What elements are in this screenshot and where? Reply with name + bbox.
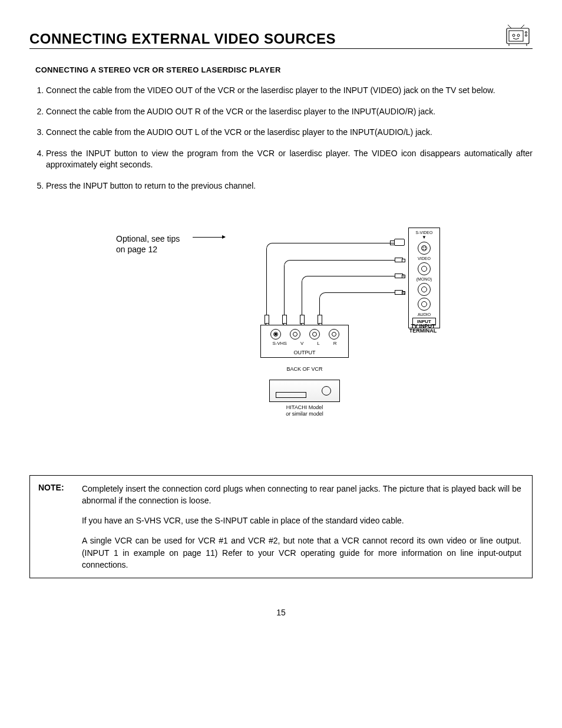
vcr-jack-label: L [317, 341, 319, 346]
page-header: CONNECTING EXTERNAL VIDEO SOURCES [29, 24, 533, 49]
vcr-l-jack-icon [309, 329, 320, 340]
output-label: OUTPUT [266, 350, 343, 355]
note-paragraph: Completely insert the connection cord pl… [82, 483, 521, 507]
cable-audio-r [319, 292, 404, 321]
l-side-label: L [403, 274, 405, 278]
svg-line-7 [521, 25, 524, 28]
steps-list: Connect the cable from the VIDEO OUT of … [35, 85, 533, 192]
tv-character-icon [503, 24, 533, 47]
svideo-jack-icon [418, 242, 431, 255]
note-paragraph: A single VCR can be used for VCR #1 and … [82, 535, 521, 571]
model-line1: HITACHI Model [286, 404, 323, 410]
terminal-label: TERMINAL [402, 328, 444, 334]
video-label: VIDEO [409, 256, 439, 261]
vcr-device-icon [269, 380, 340, 402]
vcr-r-jack-icon [329, 329, 339, 340]
rca-plug-icon [300, 315, 305, 324]
diagram-body: S-VIDEO ▼ VIDEO (MONO) AUDIO INPUT L R T… [228, 228, 440, 428]
svg-line-6 [508, 25, 511, 28]
page-number: 15 [29, 608, 533, 617]
rca-plug-icon [395, 274, 403, 278]
mono-label: (MONO) [409, 277, 439, 281]
r-side-label: R [402, 291, 405, 295]
svg-point-3 [517, 34, 520, 37]
tv-input-terminal: S-VIDEO ▼ VIDEO (MONO) AUDIO INPUT [408, 228, 440, 329]
page-title: CONNECTING EXTERNAL VIDEO SOURCES [29, 31, 336, 47]
rca-plug-icon [395, 290, 403, 295]
rca-plug-icon [265, 315, 269, 324]
video-jack-icon [418, 262, 431, 275]
optional-tip-label: Optional, see tips on page 12 [116, 233, 180, 255]
svg-point-2 [513, 34, 515, 37]
rca-plug-icon [318, 315, 322, 324]
step-item: Connect the cable from the VIDEO OUT of … [46, 85, 533, 97]
vcr-jack-label: V [300, 341, 303, 346]
note-box: NOTE: Completely insert the connection c… [29, 475, 533, 579]
note-paragraph: If you have an S-VHS VCR, use the S-INPU… [82, 515, 521, 526]
svg-point-5 [525, 35, 527, 37]
vcr-model-label: HITACHI Model or similar model [269, 404, 340, 418]
back-of-vcr-label: BACK OF VCR [260, 366, 349, 372]
rca-plug-icon [282, 315, 287, 324]
svg-rect-1 [509, 31, 523, 41]
arrow-icon [193, 237, 225, 238]
note-label: NOTE: [38, 483, 80, 492]
vcr-output-panel: S-VHS V L R OUTPUT [260, 325, 349, 358]
svideo-label: S-VIDEO [409, 230, 439, 235]
audio-l-jack-icon [418, 283, 431, 296]
svideo-plug-icon [394, 239, 405, 246]
vcr-jack-label: R [333, 341, 337, 346]
step-item: Connect the cable from the AUDIO OUT L o… [46, 127, 533, 139]
tip-line2: on page 12 [116, 245, 157, 254]
audio-r-jack-icon [418, 298, 431, 311]
note-body: Completely insert the connection cord pl… [82, 483, 521, 571]
step-item: Press the INPUT button to return to the … [46, 180, 533, 192]
audio-label: AUDIO [409, 312, 439, 317]
section-heading: CONNECTING A STEREO VCR OR STEREO LASERD… [35, 65, 533, 74]
step-item: Connect the cable from the AUDIO OUT R o… [46, 106, 533, 118]
svg-point-4 [525, 32, 527, 34]
connection-diagram: Optional, see tips on page 12 S-VIDEO ▼ … [116, 216, 446, 440]
rca-plug-icon [395, 258, 403, 262]
vcr-jack-label: S-VHS [272, 341, 286, 346]
step-item: Press the INPUT button to view the progr… [46, 148, 533, 171]
vcr-v-jack-icon [290, 329, 300, 340]
model-line2: or similar model [286, 411, 323, 417]
vcr-svhs-jack-icon [270, 329, 281, 340]
tip-line1: Optional, see tips [116, 234, 180, 243]
